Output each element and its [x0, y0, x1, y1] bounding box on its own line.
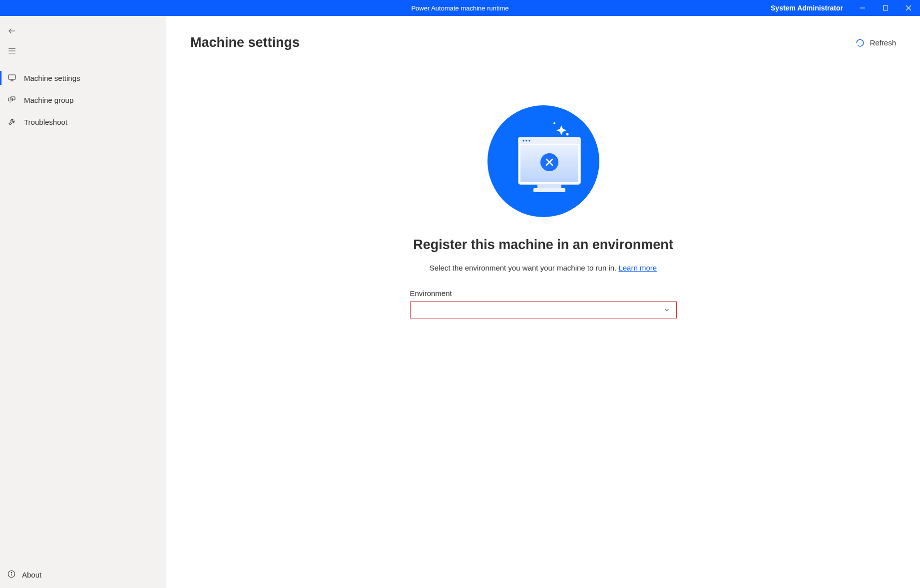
current-user: System Administrator	[767, 4, 847, 12]
svg-rect-1	[884, 6, 888, 10]
close-icon	[906, 5, 912, 11]
svg-rect-21	[518, 137, 580, 144]
register-description: Select the environment you want your mac…	[430, 264, 657, 272]
sidebar-item-about[interactable]: About	[0, 564, 166, 588]
window-close-button[interactable]	[897, 0, 920, 16]
maximize-icon	[883, 5, 889, 11]
svg-rect-29	[537, 184, 561, 188]
window-minimize-button[interactable]	[851, 0, 874, 16]
sidebar-item-machine-settings[interactable]: Machine settings	[0, 67, 166, 89]
sidebar-item-label: About	[22, 571, 41, 579]
refresh-label: Refresh	[870, 38, 896, 47]
svg-rect-8	[8, 75, 15, 79]
main-panel: Machine settings Refresh	[166, 16, 920, 588]
back-button[interactable]	[0, 21, 24, 41]
sidebar-item-troubleshoot[interactable]: Troubleshoot	[0, 111, 166, 133]
sidebar-item-label: Troubleshoot	[24, 118, 67, 126]
hamburger-button[interactable]	[0, 41, 24, 61]
page-title: Machine settings	[190, 35, 300, 50]
svg-point-24	[528, 140, 530, 141]
window-maximize-button[interactable]	[874, 0, 897, 16]
svg-rect-30	[533, 188, 565, 192]
svg-rect-11	[8, 98, 12, 101]
app-title: Power Automate machine runtime	[411, 4, 508, 12]
svg-point-18	[553, 122, 555, 124]
register-machine-illustration	[487, 105, 599, 217]
svg-point-16	[11, 572, 11, 573]
monitor-icon	[7, 73, 17, 83]
svg-point-19	[566, 133, 568, 136]
svg-point-22	[522, 140, 524, 141]
refresh-icon	[856, 38, 865, 47]
sidebar-item-label: Machine group	[24, 96, 73, 104]
sidebar-item-machine-group[interactable]: Machine group	[0, 89, 166, 111]
sidebar-item-label: Machine settings	[24, 74, 80, 82]
sidebar: Machine settings Machine group Troublesh…	[0, 16, 166, 588]
svg-point-23	[525, 140, 527, 141]
svg-rect-12	[11, 97, 15, 100]
title-bar: Power Automate machine runtime System Ad…	[0, 0, 920, 16]
title-bar-right: System Administrator	[767, 0, 920, 16]
minimize-icon	[860, 5, 866, 11]
hamburger-icon	[7, 46, 16, 55]
environment-dropdown[interactable]	[410, 301, 677, 318]
refresh-button[interactable]: Refresh	[856, 38, 896, 47]
arrow-left-icon	[7, 26, 16, 35]
machine-group-icon	[7, 95, 17, 105]
environment-label: Environment	[410, 289, 677, 297]
chevron-down-icon	[663, 306, 670, 313]
learn-more-link[interactable]: Learn more	[618, 264, 657, 272]
info-icon	[7, 570, 16, 580]
wrench-icon	[7, 117, 17, 127]
register-heading: Register this machine in an environment	[413, 237, 673, 253]
